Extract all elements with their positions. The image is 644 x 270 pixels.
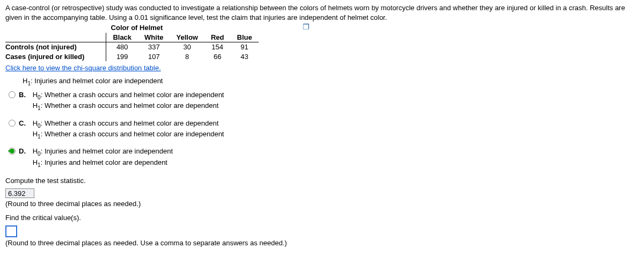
critical-prompt: Find the critical value(s).: [5, 213, 639, 223]
h0-label: H0:: [33, 119, 45, 127]
option-text: Injuries and helmet color are independen…: [34, 77, 163, 85]
cell: 30: [170, 42, 204, 52]
h1-label: H1:: [23, 77, 34, 85]
option-d[interactable]: ✔ D. H0: Injuries and helmet color are i…: [9, 143, 639, 172]
radio-icon[interactable]: [9, 120, 16, 127]
option-c[interactable]: C. H0: Whether a crash occurs and helmet…: [9, 115, 639, 144]
option-letter: D.: [19, 147, 28, 156]
cell: 8: [170, 52, 204, 62]
cell: 199: [106, 52, 138, 62]
col-red: Red: [204, 33, 231, 42]
h1-label: H1:: [33, 101, 45, 110]
option-a-partial: H1: Injuries and helmet color are indepe…: [9, 76, 639, 87]
cell: 480: [106, 42, 138, 52]
question-intro: A case-control (or retrospective) study …: [5, 3, 639, 22]
copy-icon[interactable]: ❐: [303, 22, 310, 32]
chi-square-table-link[interactable]: Click here to view the chi-square distri…: [5, 64, 161, 72]
cell: 43: [231, 52, 259, 62]
radio-icon[interactable]: [9, 91, 16, 98]
option-text: Injuries and helmet color are independen…: [45, 147, 173, 155]
h0-label: H0:: [33, 147, 45, 155]
col-white: White: [138, 33, 170, 42]
option-text: Injuries and helmet color are dependent: [45, 158, 167, 166]
cell: 66: [204, 52, 231, 62]
option-text: Whether a crash occurs and helmet color …: [45, 119, 218, 127]
data-table-wrap: ❐ Color of Helmet Black White Yellow Red…: [5, 23, 639, 61]
option-letter: B.: [19, 90, 28, 100]
test-statistic-input[interactable]: [5, 188, 34, 198]
hypothesis-options: H1: Injuries and helmet color are indepe…: [9, 76, 639, 172]
table-row: Controls (not injured) 480 337 30 154 91: [5, 42, 259, 52]
h1-label: H1:: [33, 130, 45, 138]
row-label: Controls (not injured): [5, 42, 106, 52]
table-caption: Color of Helmet: [5, 23, 268, 33]
cell: 337: [138, 42, 170, 52]
cell: 154: [204, 42, 231, 52]
data-table: Black White Yellow Red Blue Controls (no…: [5, 33, 259, 62]
row-label: Cases (injured or killed): [5, 52, 106, 62]
col-black: Black: [106, 33, 138, 42]
option-text: Whether a crash occurs and helmet color …: [45, 91, 224, 99]
h1-label: H1:: [33, 158, 45, 166]
option-text: Whether a crash occurs and helmet color …: [45, 101, 218, 110]
crit-hint: (Round to three decimal places as needed…: [5, 238, 639, 248]
compute-prompt: Compute the test statistic.: [5, 176, 639, 186]
stat-hint: (Round to three decimal places as needed…: [5, 199, 639, 209]
option-b[interactable]: B. H0: Whether a crash occurs and helmet…: [9, 87, 639, 115]
col-yellow: Yellow: [170, 33, 204, 42]
option-text: Whether a crash occurs and helmet color …: [45, 130, 224, 138]
cell: 91: [231, 42, 259, 52]
checkmark-icon: ✔: [8, 147, 12, 155]
cell: 107: [138, 52, 170, 62]
critical-value-input[interactable]: [5, 225, 17, 237]
option-letter: C.: [19, 119, 28, 128]
table-row: Cases (injured or killed) 199 107 8 66 4…: [5, 52, 259, 62]
col-blue: Blue: [231, 33, 259, 42]
radio-icon[interactable]: ✔: [9, 148, 16, 155]
h0-label: H0:: [33, 91, 45, 99]
